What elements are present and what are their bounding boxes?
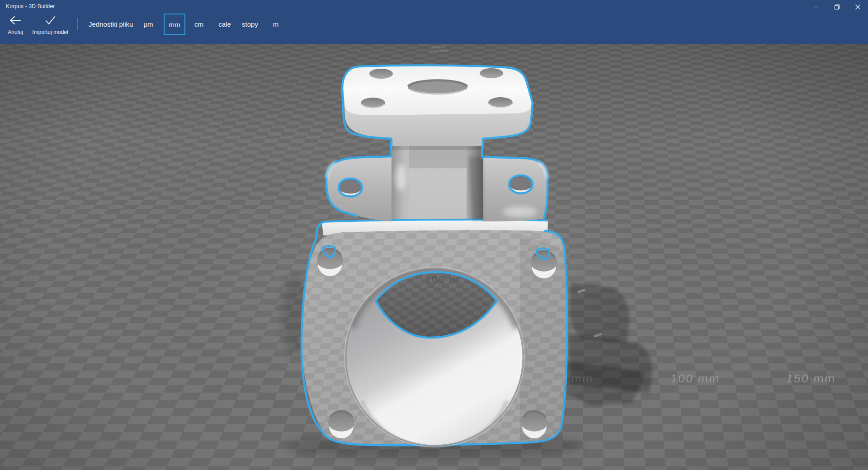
model-main-plate: 100 m 50 [302,221,567,457]
through-hole-label-100: 100 m [425,273,460,286]
distant-grid-marks [429,46,448,52]
restore-button[interactable] [826,0,847,14]
top-flange-center-hole [408,80,467,94]
import-model-button[interactable]: Importuj model [28,13,72,42]
model-canvas: 100 m 50 [0,44,868,470]
checkmark-icon [28,15,72,27]
3d-viewport[interactable]: 0 mm 100 mm 150 mm [0,44,868,470]
model-korpus[interactable]: 100 m 50 [302,66,567,457]
close-button[interactable] [847,0,868,14]
toolbar-divider [77,18,78,30]
cancel-button[interactable]: Anuluj [4,13,27,42]
close-icon [855,4,861,10]
unit-option-mm-selected[interactable]: mm [164,14,185,35]
unit-option-m[interactable]: m [269,20,283,28]
title-and-toolbar: Korpus - 3D Builder Anuluj [0,0,868,44]
import-model-label: Importuj model [28,29,72,35]
window-title: Korpus - 3D Builder [6,3,55,9]
minimize-button[interactable] [806,0,826,14]
unit-option-stopy[interactable]: stopy [236,20,264,28]
unit-option-um[interactable]: µm [139,20,157,28]
mid-flange-hole-left [339,179,362,197]
minimize-icon [813,4,819,9]
file-units-label: Jednostki pliku [89,20,133,28]
restore-icon [834,4,840,10]
unit-option-cale[interactable]: cale [213,20,236,28]
mid-flange-hole-right [509,175,533,193]
unit-option-cm[interactable]: cm [190,20,208,28]
app-window: { "window": { "title": "Korpus - 3D Buil… [0,0,868,470]
cancel-label: Anuluj [4,29,27,35]
model-top-flange [342,66,533,147]
back-arrow-icon [4,15,27,27]
model-neck [390,141,483,230]
